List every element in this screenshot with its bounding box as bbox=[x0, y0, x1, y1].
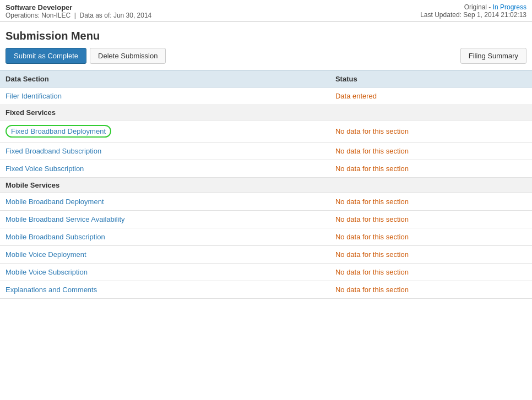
section-link[interactable]: Mobile Broadband Deployment bbox=[6, 198, 104, 206]
section-cell: Mobile Voice Subscription bbox=[0, 264, 330, 281]
highlighted-section-link[interactable]: Fixed Broadband Deployment bbox=[6, 125, 111, 138]
status-badge: No data for this section bbox=[335, 268, 409, 276]
section-header-label: Mobile Services bbox=[0, 178, 532, 193]
page-title: Submission Menu bbox=[0, 22, 532, 48]
status-cell: No data for this section bbox=[330, 120, 532, 143]
table-row: Mobile Broadband Service AvailabilityNo … bbox=[0, 211, 532, 228]
table-row: Explanations and CommentsNo data for thi… bbox=[0, 281, 532, 299]
section-header-label: Fixed Services bbox=[0, 105, 532, 120]
status-cell: No data for this section bbox=[330, 160, 532, 178]
section-cell: Fixed Voice Subscription bbox=[0, 160, 330, 178]
table-row: Filer IdentificationData entered bbox=[0, 87, 532, 105]
status-badge: No data for this section bbox=[335, 286, 409, 294]
status-badge: Data entered bbox=[335, 92, 377, 100]
section-link[interactable]: Fixed Broadband Subscription bbox=[6, 147, 101, 155]
status-badge: No data for this section bbox=[335, 165, 409, 173]
last-updated: Last Updated: Sep 1, 2014 21:02:13 bbox=[420, 11, 526, 19]
submission-table: Data Section Status Filer Identification… bbox=[0, 70, 532, 299]
table-row: Mobile Voice SubscriptionNo data for thi… bbox=[0, 264, 532, 281]
section-cell: Fixed Broadband Deployment bbox=[0, 120, 330, 143]
status-cell: No data for this section bbox=[330, 228, 532, 246]
data-as-of-label: Data as of: Jun 30, 2014 bbox=[80, 12, 152, 19]
section-cell: Mobile Broadband Subscription bbox=[0, 228, 330, 246]
section-header-row: Fixed Services bbox=[0, 105, 532, 120]
filing-summary-button[interactable]: Filing Summary bbox=[460, 48, 526, 64]
status-badge: No data for this section bbox=[335, 127, 409, 135]
status-cell: No data for this section bbox=[330, 264, 532, 281]
status-badge: No data for this section bbox=[335, 198, 409, 206]
section-link[interactable]: Mobile Broadband Service Availability bbox=[6, 215, 125, 223]
status-cell: No data for this section bbox=[330, 143, 532, 160]
filing-status: Original - In Progress bbox=[420, 3, 526, 11]
status-badge: No data for this section bbox=[335, 233, 409, 241]
header-sub-info: Operations: Non-ILEC | Data as of: Jun 3… bbox=[6, 12, 151, 19]
status-badge: No data for this section bbox=[335, 147, 409, 155]
status-cell: No data for this section bbox=[330, 281, 532, 299]
section-link[interactable]: Explanations and Comments bbox=[6, 286, 97, 294]
section-link[interactable]: Mobile Voice Deployment bbox=[6, 250, 86, 259]
table-header: Data Section Status bbox=[0, 71, 532, 87]
table-row: Mobile Broadband SubscriptionNo data for… bbox=[0, 228, 532, 246]
section-cell: Explanations and Comments bbox=[0, 281, 330, 299]
in-progress-label: In Progress bbox=[493, 3, 526, 11]
status-cell: No data for this section bbox=[330, 193, 532, 211]
company-name: Software Developer bbox=[6, 3, 151, 12]
section-cell: Fixed Broadband Subscription bbox=[0, 143, 330, 160]
table-row: Mobile Voice DeploymentNo data for this … bbox=[0, 246, 532, 264]
toolbar: Submit as Complete Delete Submission Fil… bbox=[0, 48, 532, 70]
table-row: Mobile Broadband DeploymentNo data for t… bbox=[0, 193, 532, 211]
table-body: Filer IdentificationData enteredFixed Se… bbox=[0, 87, 532, 299]
section-header-row: Mobile Services bbox=[0, 178, 532, 193]
section-cell: Mobile Voice Deployment bbox=[0, 246, 330, 264]
status-cell: Data entered bbox=[330, 87, 532, 105]
status-badge: No data for this section bbox=[335, 215, 409, 223]
header-left: Software Developer Operations: Non-ILEC … bbox=[6, 3, 151, 19]
status-badge: No data for this section bbox=[335, 250, 409, 259]
section-link[interactable]: Filer Identification bbox=[6, 92, 62, 100]
section-link[interactable]: Fixed Voice Subscription bbox=[6, 165, 84, 173]
section-link[interactable]: Mobile Voice Subscription bbox=[6, 268, 88, 276]
status-cell: No data for this section bbox=[330, 246, 532, 264]
table-row: Fixed Voice SubscriptionNo data for this… bbox=[0, 160, 532, 178]
table-row: Fixed Broadband SubscriptionNo data for … bbox=[0, 143, 532, 160]
col-header-status: Status bbox=[330, 71, 532, 87]
section-cell: Mobile Broadband Deployment bbox=[0, 193, 330, 211]
page-header: Software Developer Operations: Non-ILEC … bbox=[0, 0, 532, 22]
status-cell: No data for this section bbox=[330, 211, 532, 228]
col-header-section: Data Section bbox=[0, 71, 330, 87]
section-cell: Filer Identification bbox=[0, 87, 330, 105]
section-cell: Mobile Broadband Service Availability bbox=[0, 211, 330, 228]
toolbar-left: Submit as Complete Delete Submission bbox=[6, 48, 166, 64]
submit-button[interactable]: Submit as Complete bbox=[6, 48, 86, 64]
operations-label: Operations: Non-ILEC bbox=[6, 12, 70, 19]
table-row: Fixed Broadband DeploymentNo data for th… bbox=[0, 120, 532, 143]
delete-button[interactable]: Delete Submission bbox=[90, 48, 166, 64]
section-link[interactable]: Mobile Broadband Subscription bbox=[6, 233, 105, 241]
header-right: Original - In Progress Last Updated: Sep… bbox=[420, 3, 526, 19]
toolbar-right: Filing Summary bbox=[460, 48, 526, 64]
